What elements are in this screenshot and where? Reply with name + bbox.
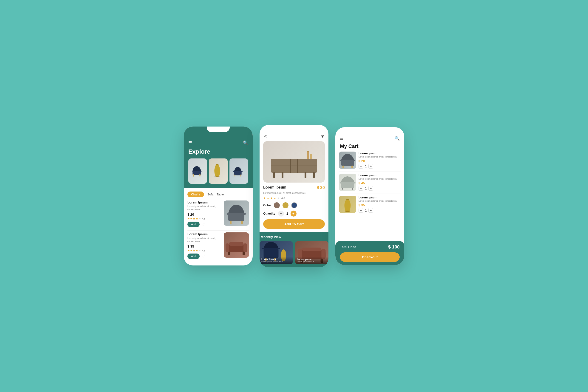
phone-notch bbox=[207, 126, 230, 132]
color-swatch-brown[interactable] bbox=[274, 202, 280, 208]
color-swatch-gold[interactable] bbox=[282, 202, 288, 208]
back-icon: < bbox=[264, 134, 267, 139]
cart-divider-1 bbox=[339, 172, 400, 172]
star-3: ★ bbox=[193, 249, 195, 252]
quantity-label: Quantity bbox=[263, 212, 276, 215]
cart-2-increase-button[interactable]: + bbox=[368, 186, 373, 190]
explore-title: Explore bbox=[188, 148, 248, 155]
svg-rect-29 bbox=[304, 172, 306, 178]
color-swatch-navy[interactable] bbox=[291, 202, 297, 208]
hero-image-chair1 bbox=[188, 158, 207, 184]
svg-rect-52 bbox=[352, 166, 353, 168]
svg-rect-15 bbox=[228, 213, 244, 221]
svg-rect-18 bbox=[230, 221, 232, 224]
product-2-desc: Lorem ipsum dolor sit amet, consectetuer… bbox=[188, 237, 222, 243]
explore-header-icons: ☰ 🔍 bbox=[188, 140, 248, 145]
star-3: ★ bbox=[193, 217, 195, 220]
rating-star-2: ★ bbox=[267, 196, 270, 200]
detail-product-name: Lorem Ipsum bbox=[263, 185, 286, 190]
svg-rect-30 bbox=[313, 172, 315, 178]
svg-rect-24 bbox=[228, 252, 230, 255]
svg-rect-27 bbox=[273, 172, 275, 178]
phone-explore: ☰ 🔍 Explore bbox=[184, 126, 253, 266]
recently-item-1[interactable]: Lorem Ipsum Lorem ipsum dolor is amet. bbox=[260, 241, 293, 264]
product-card-2: Lorem Ipsum Lorem ipsum dolor sit amet, … bbox=[188, 232, 249, 259]
total-amount-value: $ 100 bbox=[388, 244, 400, 250]
recently-item-2[interactable]: Lorem Ipsum Lorem ipsum dolor is bbox=[295, 241, 328, 264]
search-icon: 🔍 bbox=[243, 140, 248, 145]
svg-rect-13 bbox=[234, 174, 236, 176]
cart-menu-button[interactable]: ☰ bbox=[340, 136, 344, 141]
cart-2-decrease-button[interactable]: − bbox=[358, 186, 363, 190]
add-button-1[interactable]: Add bbox=[188, 222, 200, 227]
cart-2-qty-value: 1 bbox=[365, 187, 366, 190]
wishlist-icon-1[interactable]: ♡ bbox=[202, 222, 205, 227]
svg-rect-23 bbox=[229, 242, 244, 246]
svg-rect-21 bbox=[226, 244, 229, 252]
quantity-decrease-button[interactable]: − bbox=[278, 210, 284, 216]
star-1: ★ bbox=[188, 249, 190, 252]
checkout-button[interactable]: Checkout bbox=[340, 252, 400, 262]
favorite-button[interactable]: ♥ bbox=[321, 134, 324, 139]
svg-rect-53 bbox=[341, 182, 354, 188]
cart-item-3-qty: − 1 + bbox=[358, 208, 400, 213]
product-1-price: $ 20 bbox=[188, 212, 222, 216]
search-button[interactable]: 🔍 bbox=[243, 140, 248, 145]
category-chairs[interactable]: Chairs bbox=[188, 192, 204, 197]
quantity-row: Quantity − 1 + bbox=[263, 210, 325, 216]
product-2-rating: 4.8 bbox=[202, 250, 205, 252]
menu-icon: ☰ bbox=[188, 140, 192, 145]
cart-item-3-info: Lorem Ipsum Lorem ipsum dolor sit amet, … bbox=[358, 196, 400, 213]
category-tabs: Chairs Sofa Table bbox=[188, 192, 249, 197]
cart-3-increase-button[interactable]: + bbox=[368, 208, 373, 213]
svg-rect-31 bbox=[271, 166, 317, 166]
svg-rect-48 bbox=[341, 160, 354, 166]
category-table[interactable]: Table bbox=[216, 193, 224, 196]
star-2: ★ bbox=[190, 249, 192, 252]
recently-grid: Lorem Ipsum Lorem ipsum dolor is amet. bbox=[260, 241, 328, 264]
cart-item-2-price: $ 45 bbox=[358, 181, 400, 185]
svg-point-59 bbox=[346, 199, 349, 200]
phone-cart: ☰ 🔍 My Cart bbox=[335, 127, 404, 265]
recently-title: Recently View bbox=[260, 235, 328, 239]
product-2-actions: Add ♡ bbox=[188, 254, 222, 259]
cart-divider-2 bbox=[339, 194, 400, 194]
recently-1-overlay: Lorem Ipsum Lorem ipsum dolor is amet. bbox=[260, 257, 293, 264]
product-1-info: Lorem Ipsum Lorem ipsum dolor sit amet, … bbox=[188, 200, 222, 227]
svg-rect-55 bbox=[354, 182, 356, 184]
product-1-stars: ★ ★ ★ ★ ★ 4.8 bbox=[188, 217, 222, 220]
recently-2-desc: Lorem ipsum dolor is bbox=[297, 261, 326, 263]
svg-rect-10 bbox=[234, 171, 242, 175]
add-button-2[interactable]: Add bbox=[188, 254, 200, 259]
wishlist-icon-2[interactable]: ♡ bbox=[202, 254, 205, 258]
explore-header: ☰ 🔍 Explore bbox=[184, 126, 253, 188]
phone-detail: < ♥ bbox=[260, 125, 328, 267]
cart-search-button[interactable]: 🔍 bbox=[394, 136, 400, 141]
cart-1-qty-value: 1 bbox=[365, 165, 366, 168]
svg-rect-57 bbox=[352, 188, 353, 190]
cart-item-1-price: $ 20 bbox=[358, 159, 400, 163]
svg-rect-38 bbox=[262, 248, 264, 250]
category-sofa[interactable]: Sofa bbox=[207, 193, 214, 196]
cart-1-increase-button[interactable]: + bbox=[368, 164, 373, 168]
product-1-name: Lorem Ipsum bbox=[188, 200, 222, 204]
cart-1-decrease-button[interactable]: − bbox=[358, 164, 363, 168]
cart-item-2-qty: − 1 + bbox=[358, 186, 400, 190]
back-button[interactable]: < bbox=[264, 134, 267, 139]
cart-item-2: Lorem Ipsum Lorem ipsum dolor sit amet, … bbox=[339, 174, 400, 191]
svg-rect-28 bbox=[282, 172, 284, 178]
product-2-info: Lorem Ipsum Lorem ipsum dolor sit amet, … bbox=[188, 232, 222, 259]
star-5: ★ bbox=[198, 249, 201, 252]
divider-1 bbox=[188, 230, 249, 230]
quantity-increase-button[interactable]: + bbox=[290, 210, 296, 216]
product-1-actions: Add ♡ bbox=[188, 222, 222, 227]
product-2-price: $ 35 bbox=[188, 244, 222, 248]
svg-rect-56 bbox=[342, 188, 344, 190]
svg-point-58 bbox=[345, 210, 350, 212]
add-to-cart-button[interactable]: Add To Cart bbox=[263, 219, 325, 229]
detail-product-desc: Lorem ipsum dolor sit amet, consectetuer… bbox=[263, 192, 325, 195]
menu-button[interactable]: ☰ bbox=[188, 140, 192, 145]
star-4: ★ bbox=[196, 249, 198, 252]
svg-rect-34 bbox=[307, 152, 310, 159]
cart-3-decrease-button[interactable]: − bbox=[358, 208, 363, 213]
